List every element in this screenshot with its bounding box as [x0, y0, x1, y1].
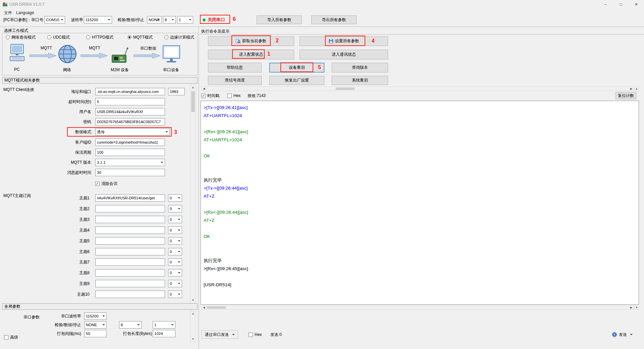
topic-input[interactable] — [95, 258, 165, 266]
parity-select[interactable]: NONE — [147, 16, 162, 23]
message-timeout-label: 消息超时时间 — [44, 169, 91, 176]
radio-network-passthrough-mode[interactable]: 网络透传模式 — [6, 35, 36, 40]
menu-file[interactable]: 文件 — [3, 10, 13, 16]
log-line: AT+Z — [204, 216, 639, 225]
topic-input[interactable] — [95, 216, 165, 223]
global-parity-select[interactable]: NONE — [84, 321, 107, 329]
topic-input[interactable]: /i4u4VIKvRXf/USR-DR514/user/get — [95, 194, 165, 202]
topic-label: 主题2 — [44, 205, 90, 212]
topic-qos-select[interactable]: 0 — [168, 269, 182, 277]
close-port-button[interactable]: 关闭串口 — [208, 16, 225, 23]
topic-input[interactable] — [95, 269, 165, 277]
global-stopbits-select[interactable]: 1 — [153, 321, 175, 329]
scroll-down-icon[interactable]: ▼ — [191, 298, 196, 303]
topic-input[interactable] — [95, 248, 165, 255]
query-version-button[interactable]: 查询版本 — [332, 63, 388, 72]
radio-mqtt-mode[interactable]: MQTT模式 — [127, 35, 153, 40]
keepalive-input[interactable]: 100 — [95, 149, 165, 156]
system-restart-button[interactable]: 系统重启 — [332, 76, 388, 85]
log-scroll-down-button[interactable]: ▼ — [634, 305, 639, 310]
pack-length-label: 打包长度(Bytes) — [111, 330, 152, 337]
topic-input[interactable] — [95, 291, 165, 298]
scroll-down-icon[interactable]: ▼ — [191, 337, 196, 342]
topic-qos-select[interactable]: 0 — [168, 205, 182, 212]
username-input[interactable]: USR-DR514&i4u4VIKvRXf — [95, 108, 165, 115]
message-timeout-input[interactable]: 30 — [95, 169, 165, 176]
server-port-input[interactable]: 1883 — [168, 88, 185, 95]
topic-qos-select[interactable]: 0 — [168, 291, 182, 298]
scroll-right-icon[interactable]: ▶ — [629, 306, 634, 309]
help-info-button[interactable]: 帮助信息 — [208, 63, 262, 72]
import-all-params-button[interactable]: 导入所有参数 — [257, 15, 302, 24]
topic-qos-select[interactable]: 0 — [168, 227, 182, 234]
factory-reset-button[interactable]: 恢复出厂设置 — [269, 76, 324, 85]
log-hex-checkbox[interactable]: Hex — [227, 93, 240, 98]
databits-select[interactable]: 8 — [163, 16, 176, 23]
topic-label: 主题6 — [44, 248, 90, 255]
minimize-button[interactable]: – — [598, 0, 613, 9]
set-all-params-button[interactable]: 设置所有参数 — [300, 36, 388, 46]
pack-length-input[interactable]: 1024 — [153, 330, 175, 337]
send-button[interactable]: 发送 — [612, 330, 641, 339]
topic-qos-select[interactable]: 0 — [168, 237, 182, 245]
stopbits-select[interactable]: 1 — [177, 16, 193, 23]
topic-qos-select[interactable]: 0 — [168, 248, 182, 255]
baud-select[interactable]: 115200 — [84, 16, 112, 23]
timeout-input[interactable]: 5 — [95, 98, 165, 105]
radio-udc-mode[interactable]: UDC模式 — [47, 35, 70, 40]
global-scrollbar[interactable]: ▲ ▼ — [190, 311, 196, 342]
enter-config-state-button[interactable]: 进入配置状态 — [208, 50, 294, 59]
send-hex-checkbox[interactable]: Hex — [249, 332, 262, 337]
radio-edge-computing-mode[interactable]: 边缘计算模式 — [164, 35, 194, 40]
form-scrollbar-thumb[interactable] — [191, 91, 195, 112]
topic-qos-select[interactable]: 0 — [168, 194, 182, 202]
form-scrollbar[interactable]: ▲ ▼ — [190, 85, 196, 303]
scroll-up-icon[interactable]: ▲ — [191, 85, 196, 90]
global-baud-select[interactable]: 115200 — [84, 312, 107, 320]
timestamp-label: 时间戳 — [207, 93, 219, 99]
enter-comm-state-button[interactable]: 进入通讯状态 — [300, 50, 388, 59]
data-format-select[interactable]: 透传 — [95, 128, 170, 136]
log-output[interactable]: >[Tx->][09:26:41][asc]AT+UARTFL=1024 >[R… — [201, 101, 639, 305]
advanced-checkbox[interactable]: 高级 — [4, 335, 18, 340]
scroll-left-icon[interactable]: ◀ — [202, 306, 206, 309]
com-port-select[interactable]: COM10 — [44, 16, 65, 23]
radio-httpd-mode[interactable]: HTTPD模式 — [86, 35, 113, 40]
reset-counter-button[interactable]: 复位计数 — [615, 92, 636, 99]
checkbox-icon — [227, 94, 232, 98]
topic-input[interactable] — [95, 227, 165, 234]
log-top-scrollbar-thumb[interactable] — [336, 88, 355, 90]
server-address-input[interactable]: .iot-as-mqtt.cn-shanghai.aliyuncs.com — [95, 88, 165, 95]
send-via-serial-button[interactable]: 通过串口发送 — [201, 331, 238, 339]
topic-row: 主题9 0 — [0, 280, 198, 287]
pack-interval-input[interactable]: 50 — [84, 330, 107, 337]
global-databits-select[interactable]: 8 — [119, 321, 142, 329]
log-bottom-scrollbar-thumb[interactable] — [207, 306, 226, 309]
client-id-input[interactable]: curemode=3,signmethod=hmacsha1| — [95, 139, 165, 146]
log-scroll-up-button[interactable]: ▲ — [634, 87, 639, 91]
export-all-params-button[interactable]: 导出所有参数 — [311, 15, 357, 24]
password-input[interactable]: D025D767654679BE0FB1AC08267C7 — [95, 118, 165, 126]
mqtt-version-select[interactable]: 3.1.1 — [95, 159, 165, 166]
scroll-right-icon[interactable]: ▶ — [629, 87, 634, 91]
log-top-scrollbar[interactable]: ◀ ▶ — [201, 87, 634, 91]
close-button[interactable]: ✕ — [629, 0, 644, 9]
topic-input[interactable] — [95, 280, 165, 287]
topic-qos-select[interactable]: 0 — [168, 280, 182, 287]
device-restart-button[interactable]: 设备重启 — [269, 63, 324, 72]
get-current-params-button[interactable]: 获取当前参数 — [208, 36, 294, 46]
scroll-up-icon[interactable]: ▲ — [191, 311, 196, 316]
log-bottom-scrollbar[interactable]: ◀ ▶ — [201, 305, 634, 310]
topic-qos-select[interactable]: 0 — [168, 258, 182, 266]
topic-input[interactable] — [95, 205, 165, 212]
menu-language[interactable]: Language — [15, 10, 35, 16]
signal-strength-button[interactable]: 查信号强度 — [208, 76, 262, 85]
scroll-left-icon[interactable]: ◀ — [202, 87, 206, 91]
topic-qos-select[interactable]: 0 — [168, 216, 182, 223]
log-line — [204, 241, 639, 249]
radio-label: 边缘计算模式 — [170, 35, 194, 40]
clean-session-checkbox[interactable]: 清除会话 — [95, 181, 117, 186]
topic-input[interactable] — [95, 237, 165, 245]
maximize-button[interactable]: □ — [613, 0, 629, 9]
timestamp-checkbox[interactable]: 时间戳 — [201, 93, 219, 98]
